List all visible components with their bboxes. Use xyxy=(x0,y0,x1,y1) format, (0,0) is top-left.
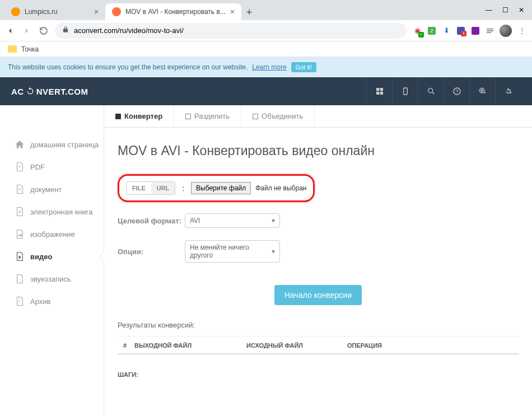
tab-converter[interactable]: Конвертер xyxy=(104,105,174,127)
image-icon xyxy=(15,229,25,239)
sidebar-item-image[interactable]: изображение xyxy=(15,223,104,245)
sidebar-item-pdf[interactable]: PPDF xyxy=(15,156,104,178)
content-area: Конвертер Разделить Объединить MOV в AVI… xyxy=(104,105,532,416)
sync-icon[interactable] xyxy=(495,77,521,105)
sidebar-item-archive[interactable]: Архив xyxy=(15,290,104,312)
forward-icon[interactable] xyxy=(21,25,32,36)
tab-title: Lumpics.ru xyxy=(25,8,58,16)
sidebar-item-video[interactable]: видео xyxy=(15,245,104,268)
cookie-banner: This website uses cookies to ensure you … xyxy=(0,57,532,77)
col-source: ИСХОДНЫЙ ФАЙЛ xyxy=(246,342,347,349)
tab-split[interactable]: Разделить xyxy=(174,105,241,127)
col-output: ВЫХОДНОЙ ФАЙЛ xyxy=(134,342,246,349)
extension-icon[interactable]: ◉✓ xyxy=(412,26,422,36)
svg-text:P: P xyxy=(18,165,21,169)
format-select[interactable]: AVI xyxy=(185,213,280,228)
url-text: aconvert.com/ru/video/mov-to-avi/ xyxy=(74,26,184,35)
square-icon xyxy=(115,114,121,119)
favicon xyxy=(112,7,121,16)
new-tab-button[interactable]: + xyxy=(241,4,257,20)
sidebar-item-document[interactable]: Wдокумент xyxy=(15,178,104,200)
content-tabs: Конвертер Разделить Объединить xyxy=(104,105,532,128)
site-header: AC NVERT.COM ? xyxy=(0,77,532,105)
svg-text:?: ? xyxy=(455,88,458,94)
grid-icon[interactable] xyxy=(366,77,392,105)
close-icon[interactable]: × xyxy=(94,7,99,16)
tab-title: MOV в AVI - Конвертировать в... xyxy=(125,8,226,16)
refresh-icon xyxy=(26,87,35,96)
cookie-text: This website uses cookies to ensure you … xyxy=(8,63,248,71)
col-operation: ОПЕРАЦИЯ xyxy=(347,342,414,349)
sidebar: домашняя страница PPDF Wдокумент электро… xyxy=(0,105,104,416)
close-icon[interactable]: × xyxy=(230,7,235,16)
file-input-highlight: FILE URL : Выберите файл Файл не выбран xyxy=(118,174,315,202)
sidebar-item-audio[interactable]: ♪звукозапись xyxy=(15,268,104,290)
extension-icon[interactable] xyxy=(485,26,495,36)
extension-icon[interactable]: 2 xyxy=(427,26,437,36)
profile-avatar[interactable] xyxy=(500,25,512,37)
choose-file-button[interactable]: Выберите файл xyxy=(191,182,251,194)
extension-icon[interactable] xyxy=(470,26,480,36)
folder-icon xyxy=(8,45,17,53)
menu-icon[interactable]: ⋮ xyxy=(516,25,528,36)
bookmarks-bar: Точка xyxy=(0,41,532,57)
pdf-icon: P xyxy=(15,162,25,172)
address-bar: aconvert.com/ru/video/mov-to-avi/ ◉✓ 2 ⬇… xyxy=(0,20,532,41)
ebook-icon xyxy=(15,207,25,217)
results-table-header: # ВЫХОДНОЙ ФАЙЛ ИСХОДНЫЙ ФАЙЛ ОПЕРАЦИЯ xyxy=(118,336,519,354)
browser-tab-active[interactable]: MOV в AVI - Конвертировать в... × xyxy=(105,3,241,20)
url-field[interactable]: aconvert.com/ru/video/mov-to-avi/ xyxy=(55,23,407,39)
favicon xyxy=(11,7,20,16)
tab-merge[interactable]: Объединить xyxy=(241,105,315,127)
lock-icon xyxy=(62,26,69,35)
sidebar-item-ebook[interactable]: электронная книга xyxy=(15,200,104,223)
sidebar-item-home[interactable]: домашняя страница xyxy=(15,133,104,156)
audio-icon: ♪ xyxy=(15,274,25,284)
mobile-icon[interactable] xyxy=(392,77,418,105)
close-window-icon[interactable]: ✕ xyxy=(519,6,524,14)
source-toggle[interactable]: FILE URL xyxy=(126,181,175,195)
steps-label: ШАГИ: xyxy=(118,371,519,378)
search-icon[interactable] xyxy=(418,77,444,105)
options-label: Опции: xyxy=(118,247,185,256)
svg-rect-0 xyxy=(403,88,407,95)
browser-tab-bar: Lumpics.ru × MOV в AVI - Конвертировать … xyxy=(0,0,532,20)
learn-more-link[interactable]: Learn more xyxy=(252,63,286,71)
url-tab[interactable]: URL xyxy=(151,182,175,194)
back-icon[interactable] xyxy=(4,25,16,36)
extension-icon[interactable]: ⬇ xyxy=(441,26,451,36)
cookie-accept-button[interactable]: Got it! xyxy=(291,62,316,72)
site-logo[interactable]: AC NVERT.COM xyxy=(11,87,88,96)
bookmark-item[interactable]: Точка xyxy=(21,45,39,53)
language-icon[interactable] xyxy=(469,77,495,105)
square-icon xyxy=(185,114,191,119)
window-controls: — ☐ ✕ xyxy=(478,0,532,20)
browser-tab-inactive[interactable]: Lumpics.ru × xyxy=(4,3,105,20)
options-select[interactable]: Не меняйте ничего другого xyxy=(185,240,280,263)
home-icon xyxy=(15,139,25,149)
extension-icons: ◉✓ 2 ⬇ 1 ⋮ xyxy=(412,25,528,37)
extension-icon[interactable]: 1 xyxy=(456,26,466,36)
col-number: # xyxy=(118,342,134,349)
start-conversion-button[interactable]: Начало конверсии xyxy=(274,285,362,305)
document-icon: W xyxy=(15,184,25,194)
svg-text:♪: ♪ xyxy=(19,278,21,281)
file-tab[interactable]: FILE xyxy=(127,182,151,194)
minimize-icon[interactable]: — xyxy=(486,6,492,14)
archive-icon xyxy=(15,296,25,306)
format-label: Целевой формат: xyxy=(118,217,185,225)
results-header: Результаты конверсий: xyxy=(118,321,519,329)
video-icon xyxy=(15,251,25,261)
svg-text:W: W xyxy=(18,188,21,191)
square-icon xyxy=(253,114,258,119)
svg-point-1 xyxy=(428,88,432,93)
no-file-label: Файл не выбран xyxy=(255,184,306,192)
maximize-icon[interactable]: ☐ xyxy=(502,6,508,14)
page-title: MOV в AVI - Конвертировать видео онлайн xyxy=(118,143,519,158)
reload-icon[interactable] xyxy=(38,25,49,36)
help-icon[interactable]: ? xyxy=(444,77,469,105)
